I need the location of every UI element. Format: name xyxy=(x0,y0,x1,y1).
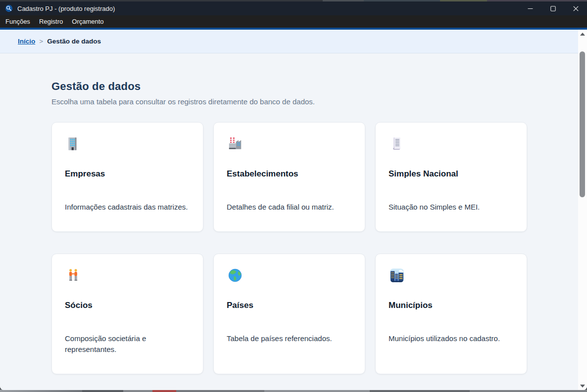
card-description: Municípios utilizados no cadastro. xyxy=(389,333,514,344)
office-building-icon xyxy=(65,135,82,152)
card-description: Informações cadastrais das matrizes. xyxy=(65,202,190,213)
card-title: Estabelecimentos xyxy=(227,169,352,179)
tables-card-grid: Empresas Informações cadastrais das matr… xyxy=(51,122,578,374)
menu-funcoes[interactable]: Funções xyxy=(1,16,35,27)
card-estabelecimentos[interactable]: Estabelecimentos Detalhes de cada filial… xyxy=(213,122,365,232)
card-description: Situação no Simples e MEI. xyxy=(389,202,514,213)
scroll-up-button[interactable] xyxy=(578,30,587,38)
minimize-icon xyxy=(528,6,533,11)
breadcrumb-current: Gestão de dados xyxy=(47,38,101,45)
card-paises[interactable]: Países Tabela de países referenciados. xyxy=(213,254,365,374)
window-controls xyxy=(519,1,587,15)
app-logo-magnifier-icon xyxy=(5,4,13,12)
window-title: Cadastro PJ - (produto registrado) xyxy=(17,5,115,12)
card-title: Empresas xyxy=(65,169,190,179)
arrow-down-icon xyxy=(580,385,585,388)
card-description: Detalhes de cada filial ou matriz. xyxy=(227,202,352,213)
close-icon xyxy=(573,6,579,11)
menu-bar: Funções Registro Orçamento xyxy=(0,15,587,28)
minimize-button[interactable] xyxy=(519,1,541,15)
card-title: Municípios xyxy=(389,301,514,310)
page-header: Gestão de dados Escolha uma tabela para … xyxy=(0,53,578,106)
card-title: Sócios xyxy=(65,301,190,310)
app-window: Cadastro PJ - (produto registrado) F xyxy=(0,1,587,390)
card-municipios[interactable]: Municípios Municípios utilizados no cada… xyxy=(375,254,527,374)
breadcrumb-separator: > xyxy=(39,38,43,45)
menu-orcamento[interactable]: Orçamento xyxy=(67,16,108,27)
vertical-scrollbar[interactable] xyxy=(578,30,587,390)
two-people-icon xyxy=(65,267,82,284)
receipt-icon xyxy=(389,135,405,152)
card-simples-nacional[interactable]: Simples Nacional Situação no Simples e M… xyxy=(375,122,527,232)
card-empresas[interactable]: Empresas Informações cadastrais das matr… xyxy=(51,122,203,232)
arrow-up-icon xyxy=(580,33,585,36)
card-description: Tabela de países referenciados. xyxy=(227,333,352,344)
page-subtitle: Escolha uma tabela para consultar os reg… xyxy=(51,97,578,106)
card-description: Composição societária e representantes. xyxy=(65,333,190,355)
card-socios[interactable]: Sócios Composição societária e represent… xyxy=(51,254,203,374)
card-title: Países xyxy=(227,301,352,310)
scrollbar-thumb[interactable] xyxy=(580,51,585,197)
breadcrumb-home-link[interactable]: Início xyxy=(18,38,35,45)
breadcrumb: Início > Gestão de dados xyxy=(0,30,578,53)
page-title: Gestão de dados xyxy=(51,80,578,93)
title-bar[interactable]: Cadastro PJ - (produto registrado) xyxy=(0,1,587,15)
scroll-down-button[interactable] xyxy=(578,382,587,390)
close-button[interactable] xyxy=(564,1,587,15)
maximize-icon xyxy=(550,6,556,11)
main-content: Gestão de dados Escolha uma tabela para … xyxy=(0,53,578,390)
globe-icon xyxy=(227,267,244,284)
maximize-button[interactable] xyxy=(541,1,564,15)
cityscape-icon xyxy=(389,267,405,284)
card-title: Simples Nacional xyxy=(389,169,514,179)
menu-registro[interactable]: Registro xyxy=(35,16,67,27)
factory-icon xyxy=(227,135,244,152)
